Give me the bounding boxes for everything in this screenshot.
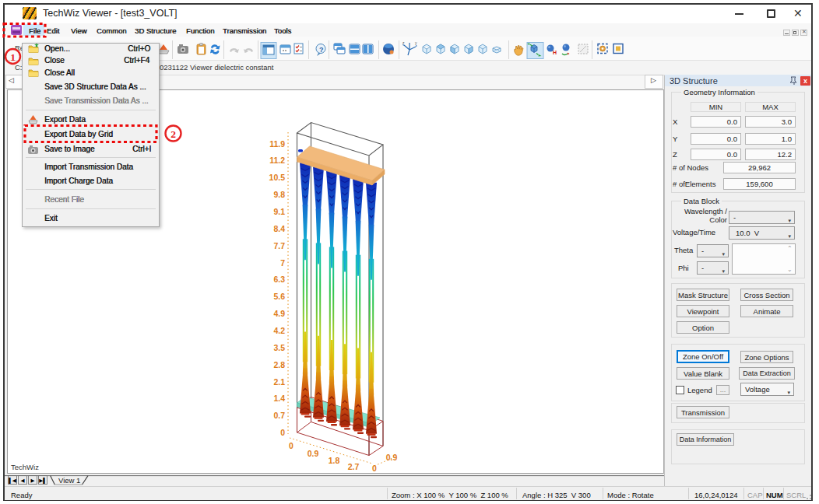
- svg-text:1: 1: [10, 51, 16, 63]
- svg-text:0: 0: [289, 441, 294, 450]
- svg-text:2: 2: [170, 128, 176, 140]
- svg-text:0: 0: [280, 428, 285, 437]
- svg-text:4.9: 4.9: [273, 309, 285, 318]
- svg-text:4.2: 4.2: [273, 326, 285, 335]
- svg-text:9.1: 9.1: [273, 207, 285, 216]
- svg-text:z: z: [402, 42, 405, 45]
- svg-text:7: 7: [280, 258, 285, 268]
- svg-text:8.4: 8.4: [273, 224, 285, 233]
- svg-text:9.8: 9.8: [273, 190, 285, 199]
- svg-text:2.1: 2.1: [273, 377, 285, 387]
- svg-text:H: H: [553, 50, 557, 55]
- svg-text:5.6: 5.6: [273, 292, 285, 301]
- svg-text:0.9: 0.9: [308, 449, 319, 458]
- svg-text:2.8: 2.8: [273, 360, 285, 369]
- svg-text:11.9: 11.9: [269, 139, 285, 149]
- svg-text:11.2: 11.2: [269, 156, 285, 165]
- svg-text:0.7: 0.7: [273, 411, 285, 420]
- svg-text:6.3: 6.3: [273, 275, 285, 284]
- svg-text:1.8: 1.8: [329, 456, 340, 465]
- svg-text:y: y: [415, 42, 417, 45]
- svg-text:7.7: 7.7: [273, 241, 285, 250]
- svg-text:3.5: 3.5: [273, 343, 285, 352]
- svg-text:10.5: 10.5: [269, 173, 286, 182]
- svg-text:?: ?: [319, 46, 324, 54]
- svg-text:0: 0: [372, 464, 377, 473]
- svg-text:2.7: 2.7: [348, 462, 360, 471]
- svg-text:1.4: 1.4: [273, 394, 285, 403]
- svg-text:0.9: 0.9: [386, 453, 398, 462]
